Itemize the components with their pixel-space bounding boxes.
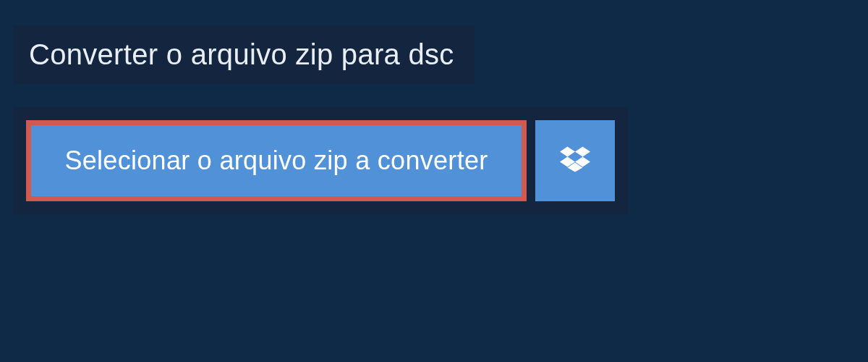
main-container: Converter o arquivo zip para dsc Selecio… xyxy=(0,0,868,214)
title-box: Converter o arquivo zip para dsc xyxy=(13,25,475,84)
select-file-button[interactable]: Selecionar o arquivo zip a converter xyxy=(26,120,527,201)
page-title: Converter o arquivo zip para dsc xyxy=(29,38,454,71)
select-file-label: Selecionar o arquivo zip a converter xyxy=(64,146,488,176)
dropbox-button[interactable] xyxy=(535,120,615,201)
upload-panel: Selecionar o arquivo zip a converter xyxy=(13,107,628,214)
dropbox-icon xyxy=(560,144,590,177)
